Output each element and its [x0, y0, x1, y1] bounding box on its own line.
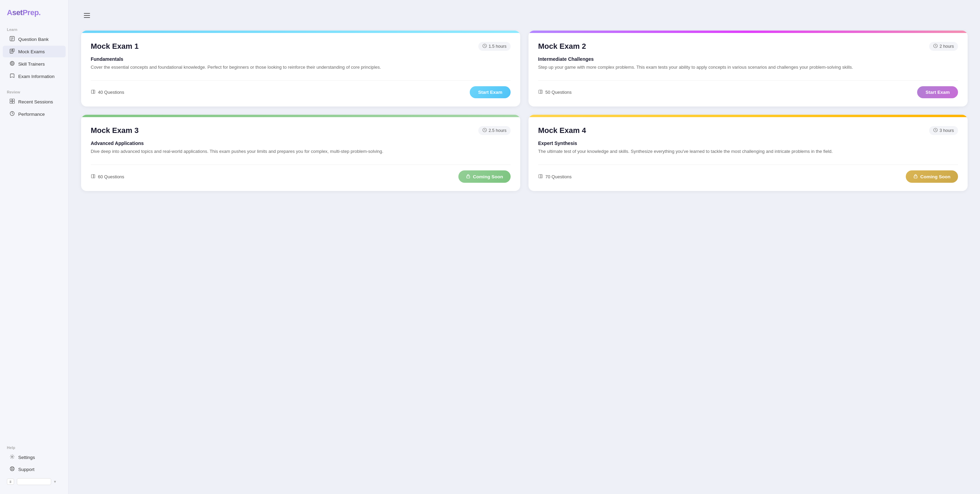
sidebar-toggle-button[interactable]	[81, 10, 93, 21]
card-footer-4: 70 Questions Coming Soon	[538, 165, 958, 183]
sidebar-item-label: Skill Trainers	[18, 62, 45, 67]
svg-line-21	[11, 469, 12, 470]
duration-label-3: 2.5 hours	[488, 128, 506, 133]
recent-sessions-icon	[10, 98, 15, 105]
section-label-help: Help	[0, 443, 68, 451]
book-icon-3	[91, 174, 95, 179]
exam-card-2: Mock Exam 2 2 hours Intermediate Challen…	[528, 30, 967, 106]
skill-trainers-icon	[10, 61, 15, 67]
exam-card-1: Mock Exam 1 1.5 hours Fundamentals Cover…	[81, 30, 520, 106]
exam-title-3: Mock Exam 3	[91, 126, 138, 135]
svg-point-19	[11, 468, 13, 470]
svg-point-17	[12, 456, 13, 457]
svg-rect-30	[467, 176, 470, 178]
exam-desc-4: The ultimate test of your knowledge and …	[538, 148, 958, 155]
lock-icon-4	[913, 174, 918, 179]
exam-title-1: Mock Exam 1	[91, 42, 138, 51]
exam-subtitle-4: Expert Synthesis	[538, 140, 958, 146]
sidebar-item-label: Settings	[18, 455, 35, 460]
sidebar-item-label: Performance	[18, 112, 45, 117]
version-input[interactable]	[17, 478, 51, 485]
exam-subtitle-2: Intermediate Challenges	[538, 56, 958, 62]
sidebar-item-label: Recent Sessions	[18, 99, 53, 105]
duration-label-4: 3 hours	[939, 128, 954, 133]
book-icon-2	[538, 89, 543, 95]
questions-label-1: 40 Questions	[98, 90, 124, 95]
exam-information-icon	[10, 73, 15, 79]
questions-count-2: 50 Questions	[538, 89, 572, 95]
version-row: ii ▾	[0, 475, 68, 488]
exam-subtitle-1: Fundamentals	[91, 56, 511, 62]
svg-rect-26	[84, 17, 90, 18]
coming-soon-button-4: Coming Soon	[906, 170, 958, 183]
svg-rect-32	[914, 176, 917, 178]
coming-soon-label-3: Coming Soon	[473, 174, 503, 179]
questions-count-3: 60 Questions	[91, 174, 124, 179]
support-icon	[10, 466, 15, 472]
questions-label-3: 60 Questions	[98, 174, 124, 179]
start-exam-button-2[interactable]: Start Exam	[917, 86, 958, 98]
section-label-learn: Learn	[0, 25, 68, 33]
coming-soon-label-4: Coming Soon	[920, 174, 950, 179]
questions-label-2: 50 Questions	[545, 90, 572, 95]
sidebar-item-recent-sessions[interactable]: Recent Sessions	[3, 96, 66, 108]
card-accent-bar-3	[81, 115, 520, 117]
svg-point-11	[12, 63, 13, 64]
time-badge-3: 2.5 hours	[478, 126, 511, 135]
exam-card-4: Mock Exam 4 3 hours Expert Synthesis The…	[528, 115, 967, 191]
svg-line-20	[13, 467, 14, 468]
duration-label-1: 1.5 hours	[488, 44, 506, 49]
sidebar-item-label: Exam Information	[18, 74, 55, 79]
svg-rect-12	[10, 99, 12, 101]
svg-line-23	[11, 467, 12, 468]
exam-title-4: Mock Exam 4	[538, 126, 586, 135]
clock-icon-3	[482, 128, 487, 133]
sidebar-item-settings[interactable]: Settings	[3, 451, 66, 463]
sidebar-item-support[interactable]: Support	[3, 464, 66, 475]
questions-count-1: 40 Questions	[91, 89, 124, 95]
card-header-2: Mock Exam 2 2 hours	[538, 42, 958, 51]
questions-label-4: 70 Questions	[545, 174, 572, 179]
sidebar-item-mock-exams[interactable]: Mock Exams	[3, 46, 66, 57]
svg-rect-25	[84, 15, 90, 16]
question-bank-icon	[10, 36, 15, 42]
time-badge-4: 3 hours	[929, 126, 958, 135]
sidebar-item-skill-trainers[interactable]: Skill Trainers	[3, 58, 66, 70]
section-label-review: Review	[0, 87, 68, 95]
clock-icon-1	[482, 44, 487, 49]
sidebar-item-question-bank[interactable]: Question Bank	[3, 33, 66, 45]
sidebar-item-performance[interactable]: Performance	[3, 108, 66, 120]
exam-card-3: Mock Exam 3 2.5 hours Advanced Applicati…	[81, 115, 520, 191]
sidebar-item-label: Mock Exams	[18, 49, 45, 54]
svg-rect-15	[13, 101, 14, 103]
card-footer-3: 60 Questions Coming Soon	[91, 165, 511, 183]
sidebar-item-label: Support	[18, 467, 34, 472]
exam-subtitle-3: Advanced Applications	[91, 140, 511, 146]
svg-line-22	[13, 469, 14, 470]
card-accent-bar-4	[528, 115, 967, 117]
start-exam-button-1[interactable]: Start Exam	[470, 86, 511, 98]
book-icon-4	[538, 174, 543, 179]
lock-icon-3	[466, 174, 471, 179]
app-logo: AsetPrep.	[0, 6, 68, 25]
svg-rect-13	[13, 99, 14, 101]
settings-icon	[10, 454, 15, 460]
exam-desc-1: Cover the essential concepts and foundat…	[91, 64, 511, 71]
questions-count-4: 70 Questions	[538, 174, 572, 179]
clock-icon-2	[933, 44, 938, 49]
clock-icon-4	[933, 128, 938, 133]
exam-desc-3: Dive deep into advanced topics and real-…	[91, 148, 511, 155]
mock-exams-icon	[10, 48, 15, 55]
card-header-4: Mock Exam 4 3 hours	[538, 126, 958, 135]
time-badge-2: 2 hours	[929, 42, 958, 51]
main-content: Mock Exam 1 1.5 hours Fundamentals Cover…	[69, 0, 980, 494]
coming-soon-button-3: Coming Soon	[458, 170, 511, 183]
exam-desc-2: Step up your game with more complex prob…	[538, 64, 958, 71]
card-accent-bar-2	[528, 30, 967, 33]
sidebar-item-label: Question Bank	[18, 37, 49, 42]
top-bar	[81, 10, 967, 21]
sidebar-item-exam-information[interactable]: Exam Information	[3, 70, 66, 82]
card-header-1: Mock Exam 1 1.5 hours	[91, 42, 511, 51]
card-footer-2: 50 Questions Start Exam	[538, 80, 958, 98]
exams-grid: Mock Exam 1 1.5 hours Fundamentals Cover…	[81, 30, 967, 191]
